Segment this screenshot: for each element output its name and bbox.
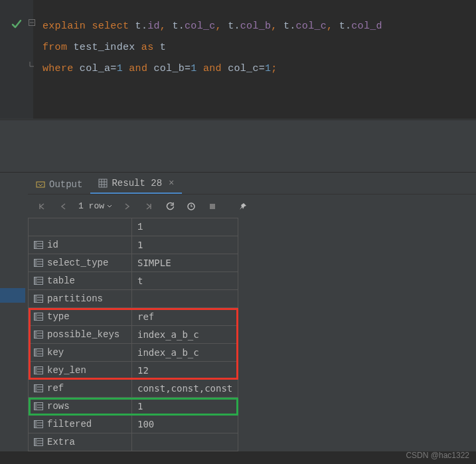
svg-rect-9 <box>210 204 215 209</box>
tab-output-label: Output <box>49 179 82 190</box>
svg-rect-47 <box>35 403 37 410</box>
table-row[interactable]: refconst,const,const <box>29 380 238 398</box>
row-key[interactable]: rows <box>29 398 132 416</box>
row-val[interactable]: t <box>132 272 238 290</box>
table-row[interactable]: partitions <box>29 290 238 308</box>
row-val[interactable] <box>132 433 238 451</box>
row-key[interactable]: select_type <box>29 254 132 272</box>
result-grid[interactable]: 1id1select_typeSIMPLEtabletpartitionstyp… <box>28 218 476 451</box>
fold-minus-icon[interactable] <box>28 19 36 27</box>
code-line-3[interactable]: where col_a=1 and col_b=1 and col_c=1; <box>33 58 476 80</box>
checkmark-icon <box>11 19 23 31</box>
svg-rect-15 <box>35 260 37 267</box>
stop-icon[interactable] <box>206 202 218 210</box>
column-icon <box>34 402 43 410</box>
first-page-icon[interactable] <box>36 202 48 210</box>
refresh-icon[interactable] <box>164 202 176 211</box>
row-marker <box>0 288 25 303</box>
svg-rect-43 <box>35 385 37 392</box>
panel-splitter[interactable] <box>0 119 476 173</box>
table-row[interactable]: tablet <box>29 272 238 290</box>
table-row[interactable]: possible_keysindex_a_b_c <box>29 326 238 344</box>
code-line-1[interactable]: explain select t.id, t.col_c, t.col_b, t… <box>33 16 476 37</box>
table-row[interactable]: keyindex_a_b_c <box>29 344 238 362</box>
pin-icon[interactable] <box>237 202 249 211</box>
table-row[interactable]: select_typeSIMPLE <box>29 254 238 272</box>
row-val[interactable]: index_a_b_c <box>132 344 238 362</box>
row-val[interactable]: SIMPLE <box>132 254 238 272</box>
row-key[interactable]: key <box>29 344 132 362</box>
tab-output[interactable]: Output <box>28 175 90 194</box>
output-icon <box>36 180 45 189</box>
row-key[interactable]: possible_keys <box>29 326 132 344</box>
watermark: CSDN @hac1322 <box>406 451 469 460</box>
row-count[interactable]: 1 row <box>78 201 112 211</box>
column-icon <box>34 438 43 446</box>
fold-end-icon <box>28 61 36 69</box>
panel-gutter <box>0 173 28 451</box>
row-key[interactable]: Extra <box>29 433 132 451</box>
row-val[interactable]: index_a_b_c <box>132 326 238 344</box>
column-icon <box>34 259 43 267</box>
row-val[interactable]: const,const,const <box>132 380 238 398</box>
table-row[interactable]: typeref <box>29 308 238 326</box>
grid-icon <box>98 179 108 188</box>
svg-rect-35 <box>35 349 37 356</box>
last-page-icon[interactable] <box>143 202 155 210</box>
grid-header-key[interactable] <box>29 218 132 236</box>
row-key[interactable]: ref <box>29 380 132 398</box>
result-toolbar: 1 row <box>28 194 476 218</box>
tab-result-label: Result 28 <box>112 178 162 189</box>
table-row[interactable]: key_len12 <box>29 362 238 380</box>
close-icon[interactable]: × <box>169 178 174 189</box>
svg-rect-2 <box>37 182 44 187</box>
result-tabs: Output Result 28 × <box>28 173 476 194</box>
tab-result[interactable]: Result 28 × <box>90 174 182 194</box>
column-icon <box>34 420 43 428</box>
column-icon <box>34 331 43 339</box>
svg-rect-51 <box>35 421 37 428</box>
chevron-down-icon <box>107 204 112 208</box>
column-icon <box>34 241 43 249</box>
code-line-2[interactable]: from test_index as t <box>33 37 476 58</box>
clock-refresh-icon[interactable] <box>185 202 197 211</box>
row-key[interactable]: key_len <box>29 362 132 380</box>
row-count-label: 1 row <box>78 201 104 211</box>
next-page-icon[interactable] <box>121 202 133 210</box>
sql-editor[interactable]: explain select t.id, t.col_c, t.col_b, t… <box>0 0 476 119</box>
column-icon <box>34 295 43 303</box>
svg-rect-19 <box>35 277 37 285</box>
row-key[interactable]: table <box>29 272 132 290</box>
result-panel: Output Result 28 × 1 row <box>0 173 476 451</box>
table-row[interactable]: id1 <box>29 236 238 254</box>
svg-rect-39 <box>35 367 37 374</box>
row-val[interactable] <box>132 290 238 308</box>
column-icon <box>34 366 43 374</box>
row-key[interactable]: type <box>29 308 132 326</box>
row-val[interactable]: ref <box>132 308 238 326</box>
table-row[interactable]: Extra <box>29 433 238 451</box>
row-val[interactable]: 12 <box>132 362 238 380</box>
svg-rect-23 <box>35 295 37 303</box>
column-icon <box>34 384 43 392</box>
table-row[interactable]: rows1 <box>29 398 238 416</box>
row-val[interactable]: 1 <box>132 236 238 254</box>
row-key[interactable]: filtered <box>29 416 132 433</box>
svg-rect-27 <box>35 313 37 321</box>
prev-page-icon[interactable] <box>57 202 69 210</box>
column-icon <box>34 313 43 321</box>
column-icon <box>34 277 43 285</box>
svg-rect-11 <box>35 242 37 249</box>
table-row[interactable]: filtered100 <box>29 416 238 433</box>
row-val[interactable]: 1 <box>132 398 238 416</box>
svg-rect-31 <box>35 331 37 339</box>
svg-rect-3 <box>99 179 107 187</box>
column-icon <box>34 348 43 356</box>
grid-header-val[interactable]: 1 <box>132 218 238 236</box>
row-key[interactable]: partitions <box>29 290 132 308</box>
row-key[interactable]: id <box>29 236 132 254</box>
fold-column <box>28 0 37 119</box>
svg-rect-55 <box>35 439 37 446</box>
row-val[interactable]: 100 <box>132 416 238 433</box>
